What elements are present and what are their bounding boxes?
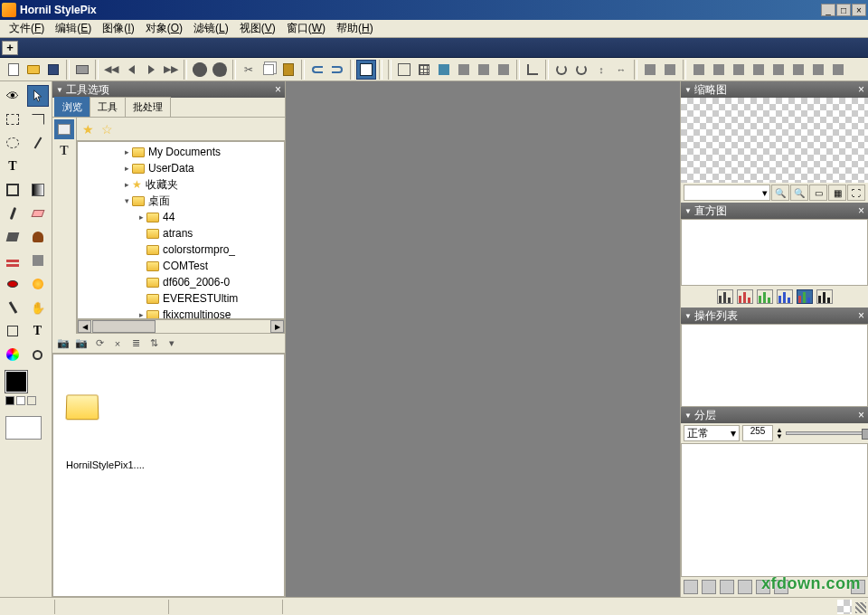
gradient-tool[interactable] (27, 179, 49, 201)
visibility-tool[interactable]: 👁 (2, 85, 24, 107)
menu-filter[interactable]: 滤镜(L) (188, 19, 234, 38)
flip-h-button[interactable]: ↔ (611, 60, 631, 80)
redo-button[interactable] (327, 60, 347, 80)
close-icon[interactable]: × (858, 204, 864, 217)
crop-tool[interactable] (2, 179, 24, 201)
gear-a-button[interactable] (190, 60, 210, 80)
misc1-button[interactable] (474, 60, 494, 80)
refresh-button[interactable]: ⟳ (92, 336, 107, 351)
dropdown-icon[interactable]: ▾ (165, 336, 179, 351)
tree-row[interactable]: df606_2006-0 (78, 274, 284, 290)
align1-button[interactable] (689, 60, 709, 80)
star-outline-icon[interactable]: ☆ (101, 122, 113, 137)
tree-row[interactable]: ▾桌面 (78, 193, 284, 209)
tree-row[interactable]: ▸44 (78, 209, 284, 225)
tab-tools[interactable]: 工具 (90, 97, 126, 117)
align4-button[interactable] (749, 60, 769, 80)
tree-row[interactable]: colorstormpro_ (78, 241, 284, 258)
ruler-button[interactable] (394, 60, 414, 80)
print-button[interactable] (72, 60, 92, 80)
menu-help[interactable]: 帮助(H) (331, 19, 379, 38)
histo-mode-b[interactable] (777, 289, 793, 304)
brush-tool[interactable] (2, 203, 24, 224)
align7-button[interactable] (808, 60, 828, 80)
fill-tool[interactable] (2, 226, 24, 248)
layer-del-icon[interactable] (774, 580, 788, 594)
pointer-tool[interactable] (27, 85, 49, 107)
cut-button[interactable]: ✂ (239, 60, 259, 80)
tree-hscroll[interactable]: ◀ ▶ (77, 319, 285, 334)
align2-button[interactable] (709, 60, 729, 80)
ops-panel-header[interactable]: ▼操作列表× (681, 308, 868, 324)
tree-row[interactable]: atrans (78, 225, 284, 241)
histo-mode-all[interactable] (816, 289, 833, 304)
opacity-spin[interactable]: 255 (742, 425, 773, 441)
smudge-tool[interactable] (27, 273, 49, 295)
rotate-ccw-button[interactable] (552, 60, 571, 80)
close-icon[interactable]: × (858, 309, 864, 322)
folder-tree[interactable]: ▸My Documents▸UserData▸★收藏夹▾桌面▸44 atrans… (77, 141, 285, 319)
close-icon[interactable]: × (858, 409, 864, 421)
thumbnail-panel-header[interactable]: ▼缩略图× (681, 81, 868, 98)
lasso-tool[interactable] (2, 132, 24, 154)
tree-row[interactable]: EVERESTUltim (78, 290, 284, 307)
align5-button[interactable] (769, 60, 788, 80)
star-icon[interactable]: ★ (82, 122, 94, 137)
rect-select2-tool[interactable] (27, 109, 49, 130)
clone-tool[interactable] (27, 226, 49, 248)
list-button[interactable]: ≣ (128, 336, 143, 351)
opacity-slider[interactable] (786, 431, 865, 435)
snap-button[interactable] (434, 60, 454, 80)
wand-tool[interactable] (27, 132, 49, 154)
copy-button[interactable] (259, 60, 278, 80)
background-color[interactable] (5, 416, 42, 440)
canvas-area[interactable] (286, 81, 680, 597)
prev-button[interactable] (121, 60, 141, 80)
heal-tool[interactable] (2, 250, 24, 271)
next-button[interactable] (141, 60, 161, 80)
zoom-combo[interactable]: ▾ (684, 184, 770, 201)
zoom-out-button[interactable]: 🔍 (771, 184, 789, 201)
text2-tool[interactable]: T (27, 320, 49, 342)
text-tool[interactable]: T (2, 156, 24, 177)
browse-mode-text[interactable]: T (54, 141, 74, 161)
new-tab-button[interactable]: + (2, 41, 18, 55)
color-swatch[interactable] (2, 367, 50, 443)
full-button[interactable]: ⛶ (847, 184, 865, 201)
menu-view[interactable]: 视图(V) (234, 19, 281, 38)
layer-up-icon[interactable] (738, 580, 752, 594)
tree-row[interactable]: ▸fkjxcmultinose (78, 307, 284, 319)
crop-button[interactable] (523, 60, 542, 80)
align8-button[interactable] (828, 60, 848, 80)
thumbnail-area[interactable]: HornilStylePix1.... (52, 354, 285, 597)
tree-row[interactable]: ▸UserData (78, 160, 284, 176)
layer-down-icon[interactable] (756, 580, 770, 594)
redeye-tool[interactable] (2, 273, 24, 295)
menu-image[interactable]: 图像(I) (97, 19, 139, 38)
patch-tool[interactable] (27, 250, 49, 271)
tree-row[interactable]: ▸My Documents (78, 144, 284, 160)
picker-tool[interactable] (2, 297, 24, 318)
resize-grip-icon[interactable] (855, 602, 866, 613)
histo-mode-r[interactable] (737, 289, 753, 304)
layers-panel-header[interactable]: ▼分层× (681, 407, 868, 423)
panel-close-icon[interactable]: × (275, 83, 281, 96)
layer-more-icon[interactable] (851, 580, 865, 594)
gear-b-button[interactable] (210, 60, 230, 80)
tab-browse[interactable]: 浏览 (54, 97, 90, 117)
fit-button[interactable]: ▭ (809, 184, 827, 201)
thumb-btn-2[interactable]: 📷 (74, 336, 89, 351)
tab-batch[interactable]: 批处理 (125, 97, 171, 117)
sort-button[interactable]: ⇅ (146, 336, 161, 351)
align6-button[interactable] (788, 60, 808, 80)
histo-mode-g[interactable] (757, 289, 773, 304)
layer-dup-icon[interactable] (702, 580, 716, 594)
first-button[interactable]: ◀◀ (101, 60, 121, 80)
eraser-tool[interactable] (27, 203, 49, 224)
blend-mode-combo[interactable]: 正常▾ (684, 425, 740, 441)
layer-new-icon[interactable] (684, 580, 698, 594)
foreground-color[interactable] (5, 371, 27, 393)
hand-tool[interactable]: ✋ (27, 297, 49, 318)
histo-mode-rgb[interactable] (797, 289, 813, 304)
open-button[interactable] (24, 60, 43, 80)
